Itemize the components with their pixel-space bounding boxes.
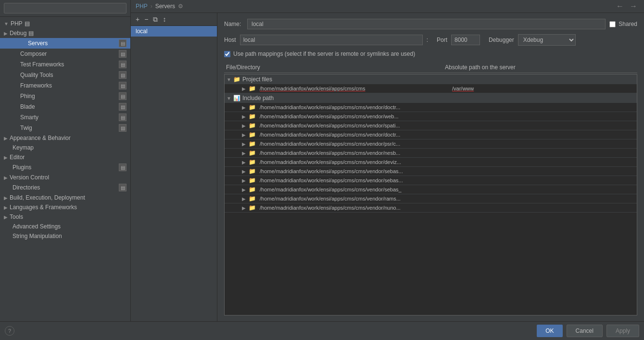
- debugger-select[interactable]: Xdebug Zend Debugger: [518, 34, 576, 46]
- include-path-row-9[interactable]: ▶ 📁 /home/madridianfox/work/ensi/apps/cm…: [225, 176, 637, 185]
- file-path: /home/madridianfox/work/ensi/apps/cms/cm…: [260, 159, 635, 165]
- sidebar-item-directories[interactable]: Directories ▤: [0, 182, 130, 193]
- cancel-button[interactable]: Cancel: [567, 325, 603, 337]
- sidebar-item-label: Appearance & Behavior: [10, 135, 71, 141]
- debugger-label: Debugger: [489, 37, 514, 43]
- expand-icon-twig[interactable]: ▤: [119, 124, 126, 132]
- sidebar-item-appearance[interactable]: ▶ Appearance & Behavior: [0, 133, 130, 143]
- folder-icon: 📁: [249, 85, 256, 92]
- name-input[interactable]: [247, 19, 606, 29]
- sidebar-item-debug[interactable]: ▶ Debug ▤: [0, 28, 130, 38]
- sidebar-item-version-control[interactable]: ▶ Version Control: [0, 173, 130, 182]
- sidebar-item-languages[interactable]: ▶ Languages & Frameworks: [0, 202, 130, 212]
- header-actions: ← →: [614, 2, 639, 11]
- search-input[interactable]: [4, 3, 126, 13]
- sidebar-item-blade[interactable]: Blade ▤: [0, 101, 130, 112]
- shared-row: Shared: [609, 21, 637, 27]
- shared-checkbox[interactable]: [609, 21, 616, 27]
- expand-icon-composer[interactable]: ▤: [119, 50, 126, 58]
- sidebar-item-composer[interactable]: Composer ▤: [0, 49, 130, 59]
- bottom-bar: ? OK Cancel Apply: [0, 321, 644, 340]
- row-arrow: ▶: [242, 132, 246, 138]
- expand-icon-blade[interactable]: ▤: [119, 103, 126, 111]
- sidebar-item-label: Servers: [28, 40, 48, 47]
- sidebar-item-string-manipulation[interactable]: String Manipulation: [0, 231, 130, 241]
- server-list-item-local[interactable]: local: [131, 26, 217, 37]
- copy-server-button[interactable]: ⧉: [151, 15, 160, 24]
- back-button[interactable]: ←: [614, 2, 626, 11]
- include-path-row-3[interactable]: ▶ 📁 /home/madridianfox/work/ensi/apps/cm…: [225, 121, 637, 130]
- sidebar-item-php[interactable]: ▼ PHP ▤: [0, 19, 130, 28]
- row-arrow: ▶: [242, 169, 246, 174]
- include-path-row-5[interactable]: ▶ 📁 /home/madridianfox/work/ensi/apps/cm…: [225, 139, 637, 149]
- arrow-icon: ▶: [4, 136, 8, 141]
- host-input[interactable]: [240, 35, 423, 45]
- sidebar-item-frameworks[interactable]: Frameworks ▤: [0, 80, 130, 91]
- breadcrumb-php[interactable]: PHP: [136, 3, 148, 10]
- expand-icon-phing[interactable]: ▤: [119, 92, 126, 100]
- expand-icon[interactable]: ▤: [25, 20, 30, 27]
- sidebar-item-smarty[interactable]: Smarty ▤: [0, 112, 130, 123]
- sidebar-item-twig[interactable]: Twig ▤: [0, 123, 130, 133]
- sidebar-item-tools[interactable]: ▶ Tools: [0, 212, 130, 222]
- folder-icon: 📁: [249, 186, 256, 193]
- expand-icon-quality[interactable]: ▤: [119, 71, 126, 79]
- sidebar-item-servers[interactable]: Servers ▤: [0, 38, 130, 49]
- include-path-row-11[interactable]: ▶ 📁 /home/madridianfox/work/ensi/apps/cm…: [225, 194, 637, 203]
- expand-icon-servers[interactable]: ▤: [119, 39, 126, 47]
- include-path-row-4[interactable]: ▶ 📁 /home/madridianfox/work/ensi/apps/cm…: [225, 130, 637, 139]
- sidebar-item-phing[interactable]: Phing ▤: [0, 91, 130, 101]
- remove-server-button[interactable]: −: [142, 15, 150, 24]
- sidebar-item-label: Tools: [10, 214, 23, 220]
- include-path-row-7[interactable]: ▶ 📁 /home/madridianfox/work/ensi/apps/cm…: [225, 158, 637, 167]
- sidebar-item-label: String Manipulation: [13, 233, 62, 239]
- file-path: /home/madridianfox/work/ensi/apps/cms/cm…: [260, 205, 635, 211]
- settings-icon: ⚙: [178, 3, 183, 10]
- expand-icon-plugins[interactable]: ▤: [119, 164, 126, 171]
- abs-path: /var/www: [452, 86, 635, 91]
- sidebar-item-advanced-settings[interactable]: Advanced Settings: [0, 222, 130, 231]
- row-arrow: ▶: [242, 141, 246, 147]
- sidebar-item-quality-tools[interactable]: Quality Tools ▤: [0, 70, 130, 80]
- add-server-button[interactable]: +: [134, 15, 141, 24]
- include-icon: 📊: [233, 95, 240, 101]
- expand-icon-test[interactable]: ▤: [119, 61, 126, 68]
- row-arrow: ▶: [242, 178, 246, 183]
- port-input[interactable]: [451, 35, 480, 45]
- arrow-icon: ▶: [4, 214, 8, 220]
- include-path-row-2[interactable]: ▶ 📁 /home/madridianfox/work/ensi/apps/cm…: [225, 112, 637, 121]
- file-path: /home/madridianfox/work/ensi/apps/cms/cm…: [260, 86, 450, 91]
- expand-icon-directories[interactable]: ▤: [119, 184, 126, 191]
- sidebar-item-build[interactable]: ▶ Build, Execution, Deployment: [0, 193, 130, 202]
- file-path: /home/madridianfox/work/ensi/apps/cms/cm…: [260, 150, 635, 156]
- ok-button[interactable]: OK: [537, 325, 562, 337]
- include-path-row-8[interactable]: ▶ 📁 /home/madridianfox/work/ensi/apps/cm…: [225, 167, 637, 176]
- row-arrow: ▶: [242, 105, 246, 110]
- apply-button[interactable]: Apply: [606, 325, 639, 337]
- include-path-header[interactable]: ▼ 📊 Include path: [225, 93, 637, 103]
- include-path-row-12[interactable]: ▶ 📁 /home/madridianfox/work/ensi/apps/cm…: [225, 203, 637, 213]
- project-files-header[interactable]: ▼ 📁 Project files: [225, 75, 637, 84]
- project-file-row[interactable]: ▶ 📁 /home/madridianfox/work/ensi/apps/cm…: [225, 84, 637, 93]
- expand-icon-smarty[interactable]: ▤: [119, 113, 126, 121]
- move-server-button[interactable]: ↕: [161, 15, 168, 24]
- sidebar-item-keymap[interactable]: Keymap: [0, 143, 130, 152]
- path-mappings-checkbox[interactable]: [224, 51, 230, 57]
- include-path-row-6[interactable]: ▶ 📁 /home/madridianfox/work/ensi/apps/cm…: [225, 149, 637, 158]
- sidebar-item-test-frameworks[interactable]: Test Frameworks ▤: [0, 59, 130, 70]
- header-bar: PHP › Servers ⚙ ← →: [131, 0, 644, 13]
- row-arrow: ▶: [242, 123, 246, 128]
- sidebar-item-editor[interactable]: ▶ Editor: [0, 152, 130, 162]
- include-path-row-10[interactable]: ▶ 📁 /home/madridianfox/work/ensi/apps/cm…: [225, 185, 637, 194]
- sidebar-item-label: Smarty: [20, 114, 38, 121]
- file-path: /home/madridianfox/work/ensi/apps/cms/cm…: [260, 104, 635, 110]
- sidebar-item-plugins[interactable]: Plugins ▤: [0, 162, 130, 173]
- forward-button[interactable]: →: [628, 2, 639, 11]
- expand-icon-debug[interactable]: ▤: [28, 30, 34, 37]
- include-path-row-1[interactable]: ▶ 📁 /home/madridianfox/work/ensi/apps/cm…: [225, 103, 637, 112]
- sidebar-tree: ▼ PHP ▤ ▶ Debug ▤ Servers ▤ Composer ▤: [0, 17, 130, 321]
- help-button[interactable]: ?: [5, 326, 14, 336]
- row-arrow: ▶: [242, 196, 246, 201]
- checkbox-label: Use path mappings (select if the server …: [233, 50, 415, 57]
- expand-icon-frameworks[interactable]: ▤: [119, 82, 126, 89]
